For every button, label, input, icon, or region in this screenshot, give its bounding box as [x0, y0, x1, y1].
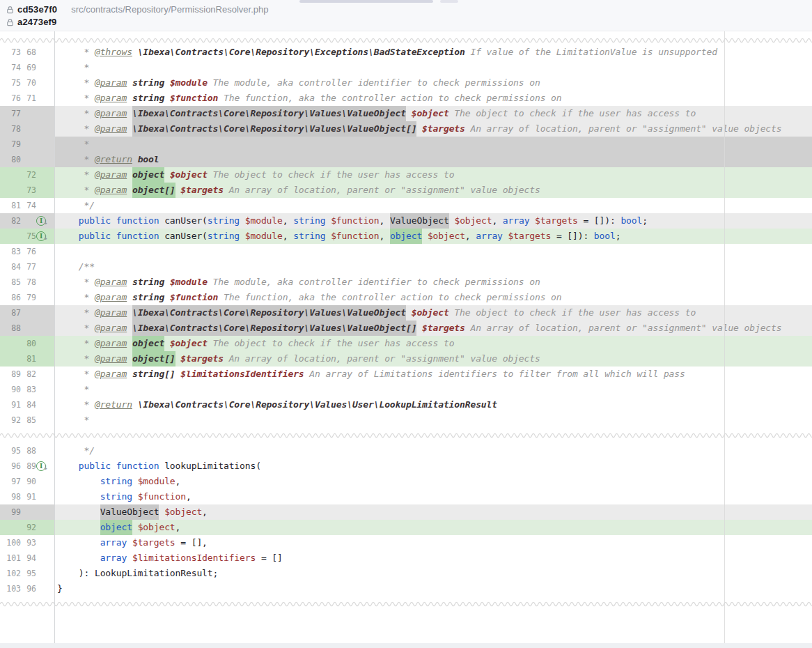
code-token: @param — [95, 353, 127, 364]
code-line[interactable]: string $function, — [54, 489, 812, 504]
gutter-cell: 79 — [0, 137, 54, 152]
code-token: $module — [138, 476, 175, 486]
diff-row: 75I↓ public function canUser(string $mod… — [0, 229, 812, 244]
code-token: string — [293, 231, 325, 241]
code-line[interactable]: /** — [54, 259, 812, 275]
code-line[interactable]: public function lookupLimitations( — [54, 458, 812, 474]
code-line[interactable]: string $module, — [54, 474, 812, 489]
code-line[interactable]: array $limitationsIdentifiers = [] — [54, 550, 812, 566]
code-line[interactable]: * @param string $function The function, … — [54, 290, 812, 305]
line-number-new: 68 — [21, 45, 36, 60]
code-token: * — [57, 277, 95, 287]
code-line[interactable]: */ — [54, 443, 812, 458]
code-token: $function — [170, 93, 218, 103]
code-line[interactable]: * — [54, 412, 812, 428]
commit-hash-new[interactable]: a2473ef9 — [17, 17, 57, 27]
code-token: $object — [170, 169, 208, 180]
line-number-old: 100 — [0, 535, 21, 550]
code-token: The object to check if the user has acce… — [208, 338, 455, 348]
gutter-cell: 8477 — [0, 259, 54, 275]
code-line[interactable]: * @param \Ibexa\Contracts\Core\Repositor… — [54, 305, 812, 321]
code-token: $targets — [422, 323, 465, 333]
code-token — [240, 231, 245, 241]
code-line[interactable]: * @return \Ibexa\Contracts\Core\Reposito… — [54, 397, 812, 412]
line-number-new: 83 — [21, 382, 36, 397]
line-number-old: 84 — [0, 259, 21, 275]
code-token: public function — [79, 461, 159, 471]
code-token: string — [293, 215, 325, 226]
code-line[interactable]: } — [54, 581, 812, 596]
code-token — [164, 338, 170, 348]
code-line[interactable]: * @param object[] $targets An array of l… — [54, 183, 812, 198]
code-token — [57, 522, 100, 532]
code-token: string — [100, 491, 132, 502]
code-line[interactable]: * — [54, 60, 812, 75]
file-path[interactable]: src/contracts/Repository/PermissionResol… — [71, 4, 268, 15]
code-line[interactable]: * @param \Ibexa\Contracts\Core\Repositor… — [54, 321, 812, 336]
code-line[interactable]: ): LookupLimitationResult; — [54, 566, 812, 581]
code-line[interactable] — [54, 244, 812, 259]
diff-row: 77 * @param \Ibexa\Contracts\Core\Reposi… — [0, 106, 812, 121]
code-line[interactable]: * @param string $function The function, … — [54, 91, 812, 106]
code-token: ; — [616, 231, 621, 241]
code-line[interactable]: ValueObject $object, — [54, 504, 812, 520]
code-line[interactable]: public function canUser(string $module, … — [54, 213, 812, 229]
gutter-cell: 7570 — [0, 75, 54, 91]
diff-row: 8578 * @param string $module The module,… — [0, 275, 812, 290]
implemented-method-icon[interactable]: I↓ — [36, 215, 50, 226]
line-number-old: 73 — [0, 45, 21, 60]
line-number-new: 91 — [21, 489, 36, 504]
code-line[interactable]: array $targets = [], — [54, 535, 812, 550]
line-number-old: 101 — [0, 550, 21, 566]
code-token: ( — [202, 231, 208, 241]
diff-row: 7368 * @throws \Ibexa\Contracts\Core\Rep… — [0, 45, 812, 60]
code-token: $function — [138, 491, 186, 502]
code-line[interactable]: * @return bool — [54, 152, 812, 167]
code-line[interactable]: */ — [54, 198, 812, 213]
code-line[interactable]: * @param object $object The object to ch… — [54, 167, 812, 183]
changed-word: object — [100, 520, 132, 535]
down-arrow-icon: ↓ — [43, 234, 49, 241]
line-number-old: 82 — [0, 213, 21, 229]
code-token: $function — [331, 215, 379, 226]
code-line[interactable]: * @param object $object The object to ch… — [54, 336, 812, 351]
code-line[interactable]: * @param \Ibexa\Contracts\Core\Repositor… — [54, 106, 812, 121]
diff-row: 10295 ): LookupLimitationResult; — [0, 566, 812, 581]
collapsed-region-separator[interactable] — [0, 428, 812, 443]
code-line[interactable]: * @param string[] $limitationsIdentifier… — [54, 367, 812, 382]
gutter-cell: 92 — [0, 520, 54, 535]
line-number-old: 78 — [0, 121, 21, 137]
top-scrollbar-thumb[interactable] — [299, 0, 433, 3]
changed-word: \Ibexa\Contracts\Core\Repository\Values\… — [132, 305, 406, 321]
code-token: @param — [95, 277, 127, 287]
gutter-cell: 9184 — [0, 397, 54, 412]
diff-row: 78 * @param \Ibexa\Contracts\Core\Reposi… — [0, 121, 812, 137]
code-token — [57, 537, 100, 548]
code-line[interactable]: * @param object[] $targets An array of l… — [54, 351, 812, 367]
code-line[interactable]: * @param \Ibexa\Contracts\Core\Repositor… — [54, 121, 812, 137]
collapsed-region-separator[interactable] — [0, 31, 812, 45]
diff-row: 92 object $object, — [0, 520, 812, 535]
line-number-old: 98 — [0, 489, 21, 504]
commit-hash-old[interactable]: cd53e7f0 — [17, 4, 57, 15]
code-token — [416, 323, 422, 333]
implemented-method-icon[interactable]: I↓ — [36, 231, 50, 242]
code-line[interactable]: * @throws \Ibexa\Contracts\Core\Reposito… — [54, 45, 812, 60]
changed-word: ValueObject — [390, 213, 449, 229]
code-line[interactable]: object $object, — [54, 520, 812, 535]
line-number-old: 95 — [0, 443, 21, 458]
code-line[interactable]: * @param string $module The module, aka … — [54, 75, 812, 91]
top-scrollbar-thumb-small[interactable] — [440, 0, 458, 3]
code-line[interactable]: public function canUser(string $module, … — [54, 229, 812, 244]
code-line[interactable]: * @param string $module The module, aka … — [54, 275, 812, 290]
code-line[interactable]: * — [54, 137, 812, 152]
implemented-method-icon[interactable]: I↓ — [36, 461, 50, 472]
code-token: * — [57, 185, 95, 195]
gutter-cell: 88 — [0, 321, 54, 336]
code-token — [127, 292, 132, 302]
diff-row: 8679 * @param string $function The funct… — [0, 290, 812, 305]
collapsed-region-separator[interactable] — [0, 596, 812, 612]
code-token — [132, 154, 138, 164]
line-number-old: 88 — [0, 321, 21, 336]
code-line[interactable]: * — [54, 382, 812, 397]
